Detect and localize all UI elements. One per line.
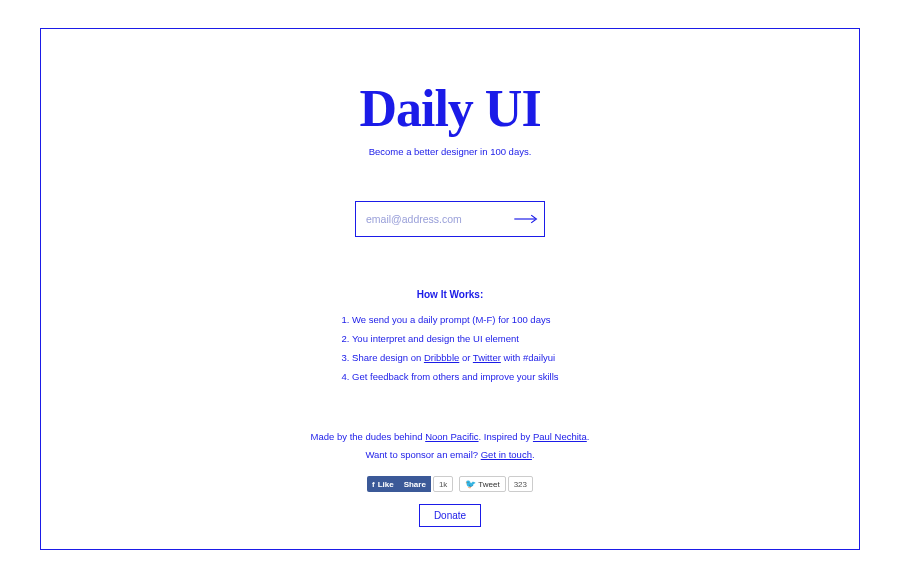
how-step: Get feedback from others and improve you… bbox=[341, 367, 558, 386]
how-step: Share design on Dribbble or Twitter with… bbox=[341, 348, 558, 367]
credits-line: Made by the dudes behind Noon Pacific. I… bbox=[311, 428, 590, 446]
signup-form bbox=[355, 201, 545, 237]
noon-pacific-link[interactable]: Noon Pacific bbox=[425, 431, 478, 442]
how-heading: How It Works: bbox=[341, 289, 558, 300]
paul-nechita-link[interactable]: Paul Nechita bbox=[533, 431, 587, 442]
facebook-widget[interactable]: fLike Share 1k bbox=[367, 476, 453, 492]
get-in-touch-link[interactable]: Get in touch bbox=[481, 449, 532, 460]
content-area: Daily UI Become a better designer in 100… bbox=[41, 29, 859, 549]
how-step: You interpret and design the UI element bbox=[341, 329, 558, 348]
twitter-link[interactable]: Twitter bbox=[473, 352, 501, 363]
how-it-works-section: How It Works: We send you a daily prompt… bbox=[341, 289, 558, 386]
page-title: Daily UI bbox=[359, 79, 540, 138]
how-list: We send you a daily prompt (M-F) for 100… bbox=[341, 310, 558, 386]
page-frame: Daily UI Become a better designer in 100… bbox=[40, 28, 860, 550]
footer: Made by the dudes behind Noon Pacific. I… bbox=[311, 428, 590, 527]
email-input[interactable] bbox=[356, 202, 507, 236]
twitter-bird-icon: 🐦 bbox=[465, 479, 476, 489]
facebook-count: 1k bbox=[433, 476, 453, 492]
social-buttons: fLike Share 1k 🐦Tweet 323 bbox=[311, 476, 590, 492]
facebook-share-button[interactable]: Share bbox=[399, 476, 431, 492]
tweet-button[interactable]: 🐦Tweet bbox=[459, 476, 505, 492]
tagline: Become a better designer in 100 days. bbox=[369, 146, 532, 157]
submit-button[interactable] bbox=[507, 202, 544, 236]
dribbble-link[interactable]: Dribbble bbox=[424, 352, 459, 363]
how-step: We send you a daily prompt (M-F) for 100… bbox=[341, 310, 558, 329]
tweet-count: 323 bbox=[508, 476, 533, 492]
arrow-right-icon bbox=[513, 212, 539, 226]
sponsor-line: Want to sponsor an email? Get in touch. bbox=[311, 446, 590, 464]
donate-button[interactable]: Donate bbox=[419, 504, 481, 527]
twitter-widget[interactable]: 🐦Tweet 323 bbox=[459, 476, 533, 492]
facebook-icon: f bbox=[372, 480, 375, 489]
facebook-like-button[interactable]: fLike bbox=[367, 476, 399, 492]
